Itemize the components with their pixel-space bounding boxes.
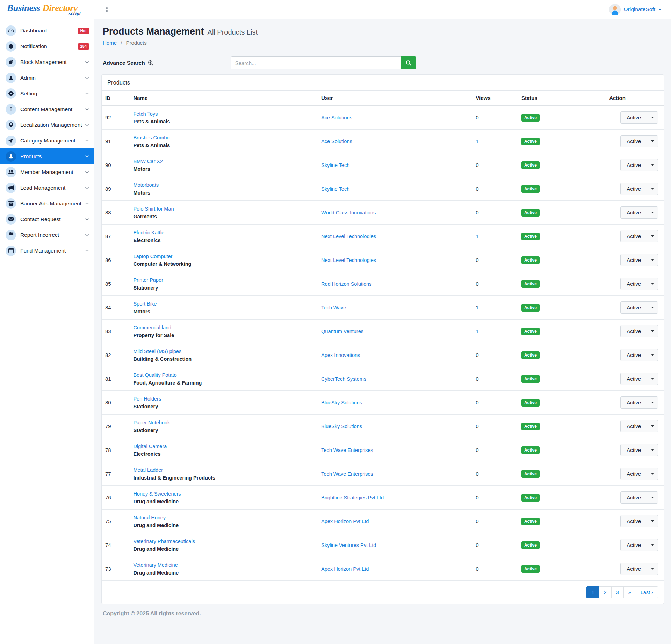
sidebar-item-category-management[interactable]: Category Management	[0, 133, 94, 148]
action-dropdown-toggle[interactable]	[647, 183, 658, 195]
action-status-button[interactable]: Active	[621, 183, 647, 195]
sidebar-item-dashboard[interactable]: Dashboard Hot	[0, 23, 94, 38]
user-link[interactable]: Skyline Tech	[321, 162, 349, 168]
user-link[interactable]: Red Horizon Solutions	[321, 281, 371, 287]
action-dropdown-toggle[interactable]	[647, 302, 658, 313]
product-name-link[interactable]: Natural Honey	[133, 515, 166, 520]
sidebar-item-admin[interactable]: Admin	[0, 70, 94, 86]
action-status-button[interactable]: Active	[621, 468, 647, 480]
action-status-button[interactable]: Active	[621, 420, 647, 432]
action-status-button[interactable]: Active	[621, 136, 647, 147]
action-status-button[interactable]: Active	[621, 539, 647, 551]
product-name-link[interactable]: BMW Car X2	[133, 159, 163, 164]
action-dropdown-toggle[interactable]	[647, 278, 658, 290]
breadcrumb-home-link[interactable]: Home	[103, 40, 117, 46]
user-link[interactable]: Apex Horizon Pvt Ltd	[321, 519, 369, 524]
product-name-link[interactable]: Electric Kattle	[133, 230, 164, 235]
sidebar-item-fund-management[interactable]: Fund Management	[0, 243, 94, 258]
action-dropdown-toggle[interactable]	[647, 563, 658, 575]
compress-icon[interactable]	[104, 7, 110, 13]
sidebar-item-content-management[interactable]: Content Management	[0, 101, 94, 117]
user-link[interactable]: Apex Horizon Pvt Ltd	[321, 566, 369, 572]
product-name-link[interactable]: Polo Shirt for Man	[133, 206, 174, 212]
product-name-link[interactable]: Veterinary Pharmaceuticals	[133, 539, 195, 544]
action-dropdown-toggle[interactable]	[647, 397, 658, 408]
pagination-last[interactable]: Last ›	[636, 586, 658, 598]
action-status-button[interactable]: Active	[621, 230, 647, 242]
product-name-link[interactable]: Digital Camera	[133, 444, 167, 449]
action-status-button[interactable]: Active	[621, 302, 647, 313]
action-dropdown-toggle[interactable]	[647, 112, 658, 123]
pagination-page-3[interactable]: 3	[611, 586, 624, 598]
action-status-button[interactable]: Active	[621, 373, 647, 385]
action-dropdown-toggle[interactable]	[647, 373, 658, 385]
action-status-button[interactable]: Active	[621, 112, 647, 123]
user-link[interactable]: Tech Wave Enterprises	[321, 447, 373, 453]
action-dropdown-toggle[interactable]	[647, 230, 658, 242]
sidebar-item-localization-management[interactable]: Localization Management	[0, 117, 94, 133]
action-status-button[interactable]: Active	[621, 159, 647, 171]
action-status-button[interactable]: Active	[621, 397, 647, 408]
product-name-link[interactable]: Brushes Combo	[133, 135, 169, 140]
product-name-link[interactable]: Honey & Sweeteners	[133, 491, 181, 497]
product-name-link[interactable]: Mild Steel (MS) pipes	[133, 349, 181, 354]
action-dropdown-toggle[interactable]	[647, 254, 658, 266]
user-link[interactable]: BlueSky Solutions	[321, 424, 362, 429]
product-name-link[interactable]: Commercial land	[133, 325, 171, 330]
action-dropdown-toggle[interactable]	[647, 492, 658, 503]
user-menu[interactable]: OriginateSoft	[609, 4, 661, 15]
action-dropdown-toggle[interactable]	[647, 539, 658, 551]
product-name-link[interactable]: Metal Ladder	[133, 467, 163, 473]
sidebar-item-banner-ads-management[interactable]: Banner Ads Management	[0, 196, 94, 211]
brand-logo[interactable]: Business Directory script	[0, 0, 94, 19]
pagination-page-2[interactable]: 2	[599, 586, 612, 598]
action-status-button[interactable]: Active	[621, 349, 647, 361]
action-dropdown-toggle[interactable]	[647, 468, 658, 480]
product-name-link[interactable]: Motorboats	[133, 182, 159, 188]
sidebar-item-block-management[interactable]: Block Management	[0, 54, 94, 70]
product-name-link[interactable]: Pen Holders	[133, 396, 161, 402]
action-dropdown-toggle[interactable]	[647, 349, 658, 361]
user-link[interactable]: Ace Solutions	[321, 115, 352, 120]
sidebar-item-setting[interactable]: Setting	[0, 86, 94, 101]
user-link[interactable]: Quantum Ventures	[321, 329, 363, 334]
product-name-link[interactable]: Fetch Toys	[133, 111, 158, 117]
sidebar-item-lead-management[interactable]: Lead Management	[0, 180, 94, 196]
sidebar-item-products[interactable]: Products	[0, 148, 94, 164]
action-status-button[interactable]: Active	[621, 207, 647, 218]
product-name-link[interactable]: Veterinary Medicine	[133, 562, 178, 568]
search-input[interactable]	[231, 56, 401, 69]
user-link[interactable]: Next Level Technologies	[321, 234, 376, 239]
search-button[interactable]	[401, 56, 416, 69]
action-status-button[interactable]: Active	[621, 325, 647, 337]
product-name-link[interactable]: Printer Paper	[133, 277, 163, 283]
action-dropdown-toggle[interactable]	[647, 136, 658, 147]
sidebar-item-member-management[interactable]: Member Management	[0, 164, 94, 180]
action-dropdown-toggle[interactable]	[647, 159, 658, 171]
user-link[interactable]: Apex Innovations	[321, 352, 360, 358]
user-link[interactable]: Tech Wave	[321, 305, 346, 310]
user-link[interactable]: Tech Wave Enterprises	[321, 471, 373, 477]
user-link[interactable]: Skyline Tech	[321, 186, 349, 192]
user-link[interactable]: Skyline Ventures Pvt Ltd	[321, 542, 376, 548]
action-status-button[interactable]: Active	[621, 515, 647, 527]
action-dropdown-toggle[interactable]	[647, 444, 658, 456]
sidebar-item-notification[interactable]: Notification 254	[0, 38, 94, 54]
product-name-link[interactable]: Paper Notebook	[133, 420, 170, 425]
pagination-page-1[interactable]: 1	[586, 586, 599, 598]
action-status-button[interactable]: Active	[621, 278, 647, 290]
user-link[interactable]: World Class Innovations	[321, 210, 376, 215]
action-dropdown-toggle[interactable]	[647, 515, 658, 527]
user-link[interactable]: BlueSky Solutions	[321, 400, 362, 405]
action-dropdown-toggle[interactable]	[647, 420, 658, 432]
product-name-link[interactable]: Sport Bike	[133, 301, 157, 307]
user-link[interactable]: CyberTech Systems	[321, 376, 366, 382]
sidebar-item-contact-request[interactable]: Contact Request	[0, 211, 94, 227]
action-status-button[interactable]: Active	[621, 563, 647, 575]
action-status-button[interactable]: Active	[621, 254, 647, 266]
action-status-button[interactable]: Active	[621, 444, 647, 456]
pagination-next[interactable]: »	[623, 586, 636, 598]
sidebar-item-report-incorrect[interactable]: Report Incorrect	[0, 227, 94, 243]
action-dropdown-toggle[interactable]	[647, 325, 658, 337]
action-dropdown-toggle[interactable]	[647, 207, 658, 218]
